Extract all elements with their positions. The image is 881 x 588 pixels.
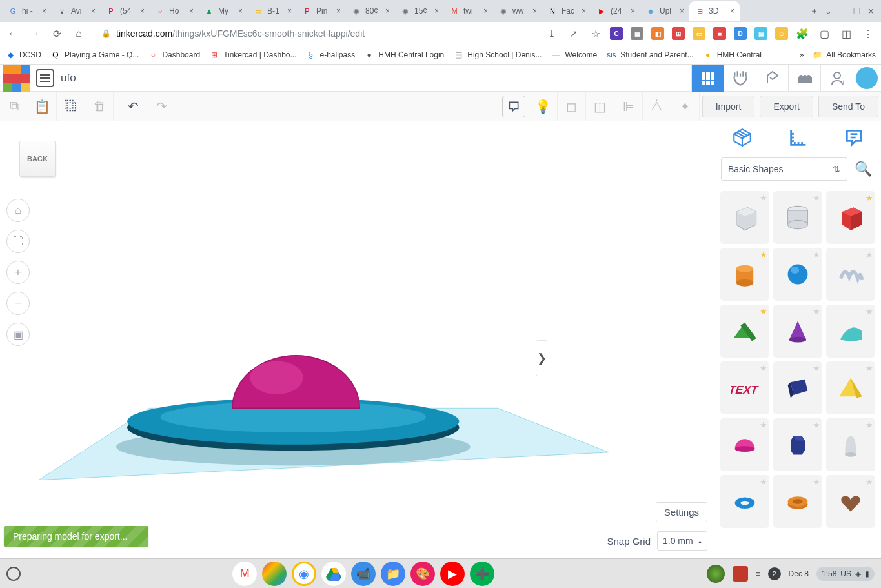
shelf-drive-icon[interactable] — [321, 562, 346, 586]
close-icon[interactable]: × — [42, 6, 46, 15]
view-cube-back[interactable]: BACK — [19, 141, 56, 177]
favorite-star-icon[interactable]: ★ — [866, 193, 873, 203]
browser-tab[interactable]: ○Ho× — [150, 1, 199, 21]
shape-torus[interactable]: ★ — [720, 475, 769, 528]
show-all-button[interactable]: 💡 — [529, 92, 558, 121]
home-view-button[interactable]: ⌂ — [6, 199, 30, 222]
workplane-tool[interactable] — [731, 127, 753, 153]
cruise-button[interactable]: ✦ — [671, 92, 700, 121]
shape-hexagon-prism[interactable]: ★ — [773, 418, 822, 471]
shape-sphere[interactable]: ★ — [773, 248, 822, 301]
ext-icon[interactable]: ▤ — [754, 27, 767, 40]
browser-tab[interactable]: ▶(24× — [591, 1, 640, 21]
sim-lab-mode[interactable] — [724, 65, 756, 92]
shelf-chrome2-icon[interactable]: ◉ — [292, 562, 316, 586]
collaborate-button[interactable]: + — [820, 65, 853, 92]
notes-toggle[interactable] — [502, 96, 525, 117]
browser-tab[interactable]: ◉15¢× — [395, 1, 444, 21]
favorite-star-icon[interactable]: ★ — [866, 307, 873, 316]
redo-button[interactable]: ↷ — [147, 92, 176, 121]
bookmark-item[interactable]: ⊞Tinkercad | Dashbo... — [209, 50, 296, 60]
search-shapes-button[interactable]: 🔍 — [851, 157, 875, 181]
shape-scribble[interactable]: ★ — [826, 248, 875, 301]
import-button[interactable]: Import — [702, 96, 755, 117]
shape-cylinder[interactable]: ★ — [720, 248, 769, 301]
star-icon[interactable]: ☆ — [588, 26, 603, 41]
browser-tab[interactable]: NFac× — [542, 1, 591, 21]
favorite-star-icon[interactable]: ★ — [866, 420, 873, 430]
ext-icon[interactable]: ☺ — [775, 27, 788, 40]
ext-icon[interactable]: ▭ — [693, 27, 705, 40]
browser-tab[interactable]: Ghi -× — [3, 1, 52, 21]
panel-collapse-button[interactable]: ❯ — [536, 340, 547, 376]
ext-icon[interactable]: ▦ — [631, 27, 643, 40]
close-icon[interactable]: × — [140, 6, 145, 15]
maximize-button[interactable]: ❐ — [853, 6, 861, 16]
favorite-star-icon[interactable]: ★ — [866, 363, 873, 373]
duplicate-button[interactable]: ⿻ — [57, 92, 85, 121]
ext-icon[interactable]: C — [610, 27, 623, 40]
send-to-button[interactable]: Send To — [818, 96, 878, 117]
browser-tab[interactable]: Mtwi× — [444, 1, 493, 21]
bricks-mode[interactable] — [788, 65, 820, 92]
home-button[interactable]: ⌂ — [71, 26, 86, 41]
close-icon[interactable]: × — [631, 6, 635, 15]
delete-button[interactable]: 🗑 — [85, 92, 114, 121]
group-button[interactable]: ◻ — [558, 92, 586, 121]
tab-search-button[interactable]: ⌄ — [825, 6, 832, 16]
back-button[interactable]: ← — [5, 26, 21, 41]
shelf-chrome-icon[interactable] — [262, 562, 287, 586]
bookmarks-overflow[interactable]: » — [800, 50, 804, 59]
user-avatar[interactable] — [853, 65, 881, 92]
shelf-palette-icon[interactable]: 🎨 — [410, 562, 435, 586]
shape-paraboloid[interactable]: ★ — [826, 418, 875, 471]
browser-tab[interactable]: ⊞3D× — [689, 1, 740, 21]
menu-icon[interactable]: ⋮ — [860, 26, 876, 41]
canvas-area[interactable]: BACK ⌂ ⛶ + − ▣ ❯ Settings Snap Grid — [0, 121, 714, 558]
close-icon[interactable]: × — [680, 6, 684, 15]
browser-tab[interactable]: ▭B-1× — [248, 1, 297, 21]
share-icon[interactable]: ↗ — [566, 26, 582, 41]
shape-half-sphere[interactable]: ★ — [720, 418, 769, 471]
bookmark-item[interactable]: QPlaying a Game - Q... — [50, 50, 139, 60]
close-icon[interactable]: × — [532, 6, 537, 15]
close-icon[interactable]: × — [730, 6, 734, 15]
shape-category-select[interactable]: Basic Shapes⇅ — [721, 157, 847, 181]
new-tab-button[interactable]: ＋ — [810, 5, 818, 17]
bookmark-item[interactable]: —Welcome — [551, 50, 597, 60]
close-icon[interactable]: × — [582, 6, 586, 15]
close-icon[interactable]: × — [238, 6, 243, 15]
favorite-star-icon[interactable]: ★ — [760, 477, 767, 487]
ortho-toggle-button[interactable]: ▣ — [6, 323, 30, 346]
shape-box-hole[interactable]: ★ — [720, 191, 769, 244]
cast-icon[interactable]: ▢ — [816, 26, 832, 41]
favorite-star-icon[interactable]: ★ — [813, 307, 820, 316]
shape-roof[interactable]: ★ — [720, 305, 769, 358]
design-title[interactable]: ufo — [61, 72, 76, 85]
favorite-star-icon[interactable]: ★ — [760, 250, 767, 259]
minimize-button[interactable]: — — [838, 6, 847, 16]
ext-icon[interactable]: ⊞ — [672, 27, 685, 40]
shelf-files-icon[interactable]: 📁 — [381, 562, 405, 586]
shape-cone[interactable]: ★ — [773, 305, 822, 358]
tinkercad-logo[interactable] — [3, 65, 30, 92]
shelf-app-icon[interactable]: ➕ — [470, 562, 494, 586]
browser-tab[interactable]: ∨Avi× — [52, 1, 101, 21]
zoom-in-button[interactable]: + — [6, 261, 30, 284]
zoom-out-button[interactable]: − — [6, 292, 30, 315]
paste-button[interactable]: 📋 — [28, 92, 57, 121]
close-icon[interactable]: × — [434, 6, 439, 15]
url-field[interactable]: 🔒 tinkercad.com/things/kxUFGMEsc6c-smoot… — [93, 25, 538, 43]
browser-tab[interactable]: ◉ww× — [493, 1, 542, 21]
undo-button[interactable]: ↶ — [119, 92, 147, 121]
favorite-star-icon[interactable]: ★ — [760, 193, 767, 203]
reload-button[interactable]: ⟳ — [49, 26, 65, 41]
favorite-star-icon[interactable]: ★ — [866, 477, 873, 487]
favorite-star-icon[interactable]: ★ — [813, 477, 820, 487]
bookmark-item[interactable]: §e-hallpass — [306, 50, 356, 60]
bookmark-item[interactable]: ▤High School | Denis... — [453, 50, 542, 60]
install-app-icon[interactable]: ⤓ — [544, 26, 560, 41]
close-icon[interactable]: × — [91, 6, 96, 15]
browser-tab[interactable]: ◉80¢× — [346, 1, 395, 21]
favorite-star-icon[interactable]: ★ — [760, 363, 767, 373]
